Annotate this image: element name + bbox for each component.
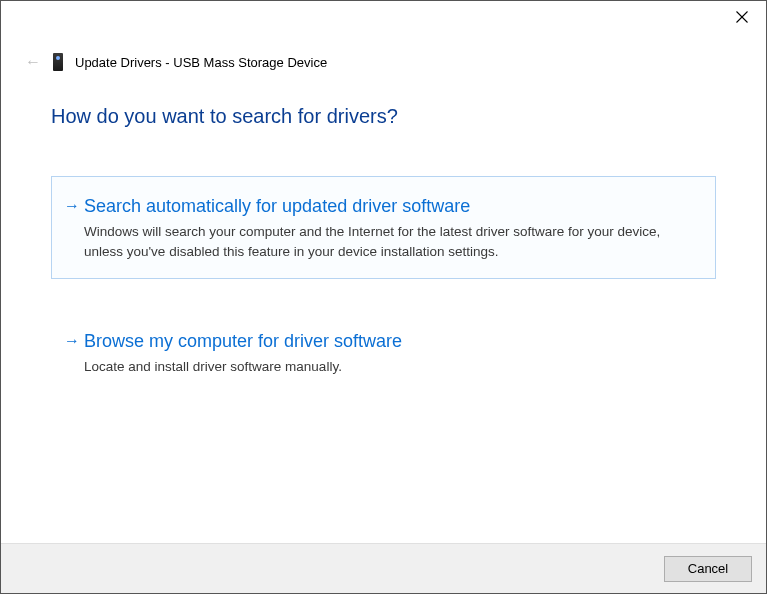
arrow-right-icon: → bbox=[64, 193, 84, 219]
page-heading: How do you want to search for drivers? bbox=[51, 105, 716, 128]
close-button[interactable] bbox=[718, 1, 766, 33]
device-icon bbox=[51, 53, 65, 71]
close-icon bbox=[736, 11, 748, 23]
option-title: Browse my computer for driver software bbox=[84, 328, 697, 354]
option-browse-computer[interactable]: → Browse my computer for driver software… bbox=[51, 311, 716, 394]
cancel-button[interactable]: Cancel bbox=[664, 556, 752, 582]
option-search-automatically[interactable]: → Search automatically for updated drive… bbox=[51, 176, 716, 279]
wizard-header: ← Update Drivers - USB Mass Storage Devi… bbox=[23, 51, 327, 73]
back-arrow-icon: ← bbox=[23, 53, 43, 71]
main-content: How do you want to search for drivers? →… bbox=[51, 105, 716, 426]
option-description: Locate and install driver software manua… bbox=[84, 357, 697, 377]
option-title: Search automatically for updated driver … bbox=[84, 193, 697, 219]
titlebar bbox=[718, 1, 766, 33]
arrow-right-icon: → bbox=[64, 328, 84, 354]
wizard-title: Update Drivers - USB Mass Storage Device bbox=[75, 55, 327, 70]
footer: Cancel bbox=[1, 543, 766, 593]
option-description: Windows will search your computer and th… bbox=[84, 222, 697, 262]
